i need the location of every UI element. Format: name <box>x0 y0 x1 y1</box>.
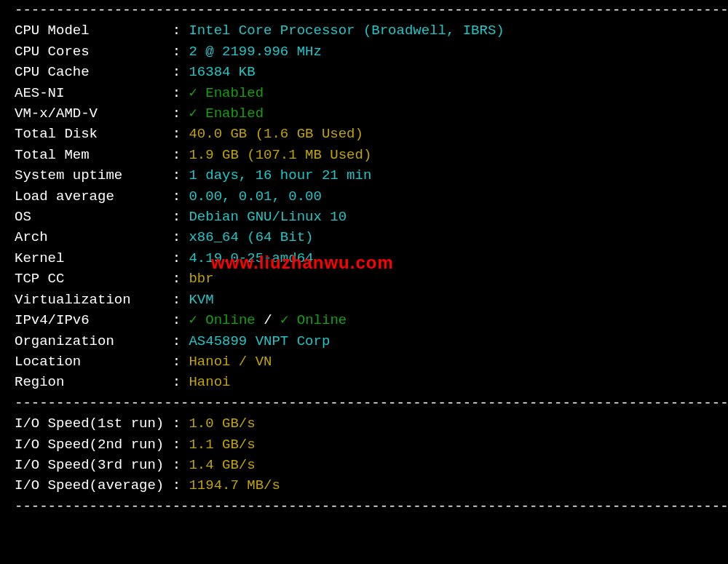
row-virt: Virtualization : KVM <box>15 290 728 310</box>
row-total-mem: Total Mem : 1.9 GB (107.1 MB Used) <box>15 145 728 165</box>
value-uptime: 1 days, 16 hour 21 min <box>189 167 371 183</box>
check-icon: ✓ <box>280 312 288 328</box>
label-arch: Arch <box>15 229 164 245</box>
label-loc: Location <box>15 354 164 370</box>
value-io-avg: 1194.7 MB/s <box>189 477 280 493</box>
divider-mid: ----------------------------------------… <box>15 393 728 413</box>
value-ipv6: Online <box>297 312 347 328</box>
label-io-2: I/O Speed(2nd run) <box>15 437 164 453</box>
value-region: Hanoi <box>189 374 230 390</box>
label-vmx: VM-x/AMD-V <box>15 106 164 122</box>
row-io-avg: I/O Speed(average) : 1194.7 MB/s <box>15 475 728 496</box>
row-os: OS : Debian GNU/Linux 10 <box>15 207 728 227</box>
row-io-2: I/O Speed(2nd run) : 1.1 GB/s <box>15 434 728 455</box>
label-kernel: Kernel <box>15 250 164 266</box>
row-aes-ni: AES-NI : ✓ Enabled <box>15 83 728 103</box>
label-total-mem: Total Mem <box>15 147 164 163</box>
row-load: Load average : 0.00, 0.01, 0.00 <box>15 186 728 207</box>
value-io-2: 1.1 GB/s <box>189 437 255 453</box>
terminal-output: ----------------------------------------… <box>0 0 728 517</box>
watermark-text: www.liuzhanwu.com <box>211 253 394 273</box>
label-os: OS <box>15 209 164 225</box>
check-icon: ✓ <box>189 85 197 101</box>
label-ipvx: IPv4/IPv6 <box>15 312 164 328</box>
check-icon: ✓ <box>189 106 197 122</box>
value-io-1: 1.0 GB/s <box>189 416 255 432</box>
row-cpu-cores: CPU Cores : 2 @ 2199.996 MHz <box>15 41 728 62</box>
label-cpu-cores: CPU Cores <box>15 44 164 60</box>
value-total-disk: 40.0 GB (1.6 GB Used) <box>189 126 363 142</box>
row-total-disk: Total Disk : 40.0 GB (1.6 GB Used) <box>15 124 728 144</box>
label-uptime: System uptime <box>15 167 164 183</box>
label-tcp-cc: TCP CC <box>15 271 164 287</box>
row-io-3: I/O Speed(3rd run) : 1.4 GB/s <box>15 455 728 475</box>
label-org: Organization <box>15 333 164 349</box>
row-io-1: I/O Speed(1st run) : 1.0 GB/s <box>15 413 728 434</box>
row-cpu-cache: CPU Cache : 16384 KB <box>15 62 728 82</box>
value-org: AS45899 VNPT Corp <box>189 333 330 349</box>
row-region: Region : Hanoi <box>15 372 728 392</box>
value-aes-ni: Enabled <box>205 85 264 101</box>
value-vmx: Enabled <box>205 106 264 122</box>
row-vmx: VM-x/AMD-V : ✓ Enabled <box>15 103 728 124</box>
value-os: Debian GNU/Linux 10 <box>189 209 347 225</box>
value-tcp-cc: bbr <box>189 271 213 287</box>
value-total-mem: 1.9 GB (107.1 MB Used) <box>189 147 371 163</box>
row-org: Organization : AS45899 VNPT Corp <box>15 331 728 351</box>
label-load: Load average <box>15 188 164 204</box>
value-loc: Hanoi / VN <box>189 354 272 370</box>
row-cpu-model: CPU Model : Intel Core Processor (Broadw… <box>15 20 728 41</box>
value-cpu-cache: 16384 KB <box>189 64 255 80</box>
value-ipv4: Online <box>205 312 255 328</box>
value-cpu-model: Intel Core Processor (Broadwell, IBRS) <box>189 23 504 39</box>
label-io-1: I/O Speed(1st run) <box>15 416 164 432</box>
label-aes-ni: AES-NI <box>15 85 164 101</box>
label-io-3: I/O Speed(3rd run) <box>15 457 164 473</box>
check-icon: ✓ <box>189 312 197 328</box>
row-uptime: System uptime : 1 days, 16 hour 21 min <box>15 165 728 186</box>
label-cpu-cache: CPU Cache <box>15 64 164 80</box>
divider-top: ----------------------------------------… <box>15 0 728 20</box>
row-loc: Location : Hanoi / VN <box>15 351 728 372</box>
label-cpu-model: CPU Model <box>15 23 164 39</box>
value-arch: x86_64 (64 Bit) <box>189 229 313 245</box>
label-region: Region <box>15 374 164 390</box>
value-io-3: 1.4 GB/s <box>189 457 255 473</box>
row-ipvx: IPv4/IPv6 : ✓ Online / ✓ Online <box>15 310 728 330</box>
value-cpu-cores: 2 @ 2199.996 MHz <box>189 44 321 60</box>
value-load: 0.00, 0.01, 0.00 <box>189 188 321 204</box>
divider-bottom: ----------------------------------------… <box>15 496 728 517</box>
value-virt: KVM <box>189 292 213 308</box>
row-arch: Arch : x86_64 (64 Bit) <box>15 227 728 247</box>
label-total-disk: Total Disk <box>15 126 164 142</box>
label-io-avg: I/O Speed(average) <box>15 477 164 493</box>
label-virt: Virtualization <box>15 292 164 308</box>
